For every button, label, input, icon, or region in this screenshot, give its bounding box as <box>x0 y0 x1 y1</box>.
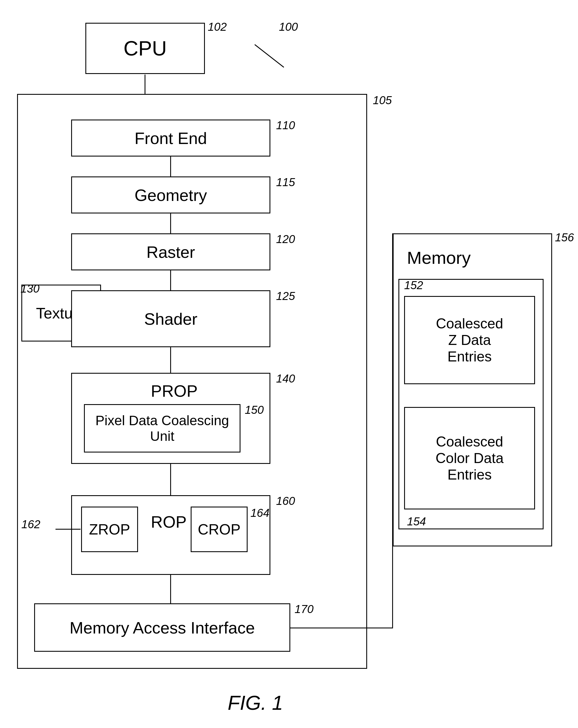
color-data-box: Coalesced Color Data Entries <box>404 407 535 510</box>
ref-162: 162 <box>21 518 41 531</box>
prop-to-rop-line <box>170 464 171 496</box>
fig-label: FIG. 1 <box>228 692 283 714</box>
cpu-box: CPU <box>85 23 205 74</box>
z-data-box: Coalesced Z Data Entries <box>404 296 535 384</box>
mai-to-mem-line <box>290 627 393 628</box>
arrow-100-line <box>255 44 284 68</box>
shader-box: Shader <box>71 290 270 347</box>
ref-115: 115 <box>276 176 295 189</box>
ref-100: 100 <box>279 21 298 33</box>
raster-box: Raster <box>71 233 270 270</box>
zrop-label: ZROP <box>89 521 130 538</box>
front-end-box: Front End <box>71 120 270 157</box>
ref-160: 160 <box>276 495 295 508</box>
geo-to-raster-line <box>170 213 171 234</box>
geometry-label: Geometry <box>135 186 207 205</box>
zrop-arrow-line <box>55 529 81 530</box>
geometry-box: Geometry <box>71 177 270 213</box>
diagram: CPU 102 100 105 Front End 110 Geometry 1… <box>0 0 578 728</box>
rop-label: ROP <box>151 512 187 531</box>
shader-to-prop-line <box>170 347 171 373</box>
rop-to-mai-line <box>170 575 171 604</box>
zrop-box: ZROP <box>81 506 138 552</box>
ref-152: 152 <box>404 279 423 292</box>
mem-vertical-line <box>392 233 393 628</box>
memory-title: Memory <box>407 248 471 268</box>
prop-label: PROP <box>151 381 198 400</box>
ref-156: 156 <box>555 231 574 244</box>
crop-label: CROP <box>198 521 240 538</box>
mai-label: Memory Access Interface <box>70 618 255 637</box>
shader-label: Shader <box>144 309 197 329</box>
cpu-to-gpu-line <box>144 75 146 95</box>
raster-label: Raster <box>147 242 195 262</box>
color-data-label: Coalesced Color Data Entries <box>436 434 504 483</box>
ref-110: 110 <box>276 119 295 132</box>
cpu-label: CPU <box>124 37 167 60</box>
pdcu-box: Pixel Data Coalescing Unit <box>84 404 240 452</box>
z-data-label: Coalesced Z Data Entries <box>436 315 503 365</box>
ref-140: 140 <box>276 372 295 385</box>
ref-170: 170 <box>294 603 314 616</box>
ref-102: 102 <box>208 21 227 33</box>
ref-120: 120 <box>276 233 295 245</box>
pdcu-label: Pixel Data Coalescing Unit <box>95 413 229 444</box>
ref-105: 105 <box>373 94 392 107</box>
ref-125: 125 <box>276 290 295 303</box>
ref-150: 150 <box>245 404 264 416</box>
raster-to-shader-line <box>170 270 171 291</box>
ref-154: 154 <box>407 515 426 528</box>
ref-164: 164 <box>251 506 269 519</box>
ref-130: 130 <box>21 282 40 295</box>
crop-box: CROP <box>191 506 247 552</box>
front-end-label: Front End <box>135 129 207 148</box>
mai-box: Memory Access Interface <box>34 603 290 652</box>
fe-to-geo-line <box>170 157 171 177</box>
